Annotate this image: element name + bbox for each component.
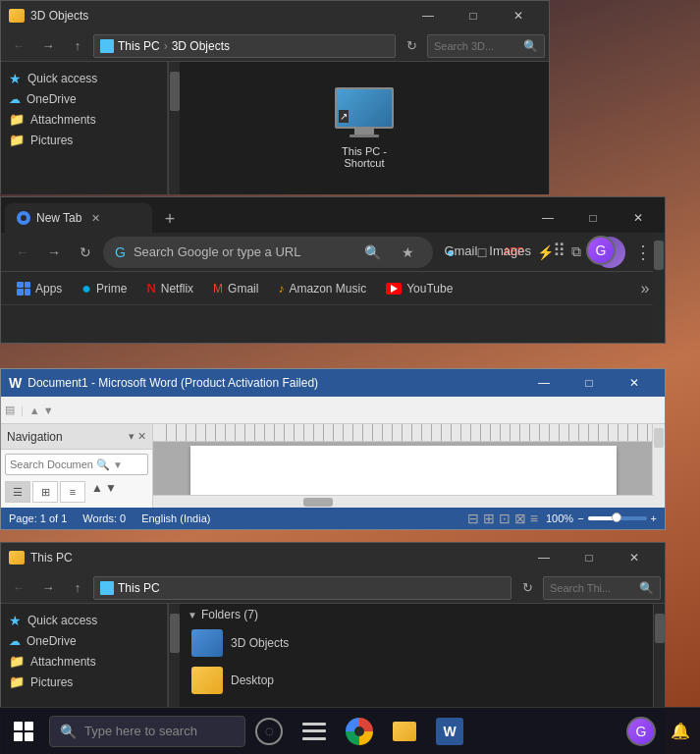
zoom-control[interactable]: 100% − + [546,512,657,524]
sidebar-quick-access-b[interactable]: ★ Quick access [1,610,167,631]
taskbar-chrome-button[interactable] [338,708,381,755]
nav-arrows-down[interactable]: ▼ [105,481,117,503]
taskbar-right-icons: G 🔔 [621,708,700,755]
toolbar-separator: | [21,404,24,416]
explorer-bottom-refresh[interactable]: ↻ [513,575,541,601]
nav-results-button[interactable]: ≡ [60,481,85,503]
star-icon: ★ [9,613,22,628]
close-button[interactable]: ✕ [496,1,541,30]
bookmark-netflix[interactable]: N Netflix [138,277,201,299]
taskbar-profile-icon[interactable]: G [621,708,661,755]
minimize-button[interactable]: — [405,1,451,30]
sidebar-pictures[interactable]: 📁 Pictures [1,130,167,150]
bookmark-icon[interactable]: ★ [394,239,421,266]
sidebar-attachments-b[interactable]: 📁 Attachments [1,651,167,672]
explorer-top-title: 3D Objects [30,9,405,23]
monitor-base [350,135,379,137]
google-profile-avatar[interactable]: G [586,236,616,265]
chrome-minimize-button[interactable]: — [525,203,570,233]
nav-arrows-up[interactable]: ▲ [91,481,103,503]
google-apps-button[interactable]: ⠿ [543,235,574,266]
maximize-button[interactable]: □ [451,1,496,30]
sidebar-pictures-b[interactable]: 📁 Pictures [1,672,167,692]
start-button[interactable] [0,708,47,755]
sidebar-onedrive[interactable]: ☁ OneDrive [1,89,167,109]
taskbar-explorer-button[interactable] [383,708,426,755]
zoom-plus[interactable]: + [651,512,657,524]
google-icon: G [115,244,126,260]
explorer-bottom-maximize[interactable]: □ [566,543,612,572]
taskbar-notification-icon[interactable]: 🔔 [661,708,700,755]
sidebar-onedrive-b[interactable]: ☁ OneDrive [1,631,167,651]
chrome-taskbar-icon [346,718,373,745]
nav-search-input[interactable] [10,458,93,470]
this-pc-shortcut-icon[interactable]: ↗ This PC -Shortcut [330,87,399,169]
word-scrollbar-h[interactable] [153,495,654,508]
page-info: Page: 1 of 1 [9,512,67,524]
up-button[interactable]: ↑ [64,33,91,59]
sidebar-quick-access[interactable]: ★ Quick access [1,68,167,89]
word-ruler [153,424,654,442]
bookmark-youtube[interactable]: YouTube [378,278,460,299]
nav-headings-button[interactable]: ☰ [5,481,30,503]
chrome-scrollbar[interactable] [653,233,665,343]
explorer-top-toolbar: ← → ↑ This PC › 3D Objects ↻ Search 3D..… [1,30,549,62]
explorer-bottom-address[interactable]: This PC [93,576,512,600]
cortana-button[interactable]: ◌ [247,708,291,755]
nav-dropdown-arrow[interactable]: ▼ [113,459,123,470]
word-maximize-button[interactable]: □ [566,368,612,398]
taskbar-word-button[interactable]: W [428,708,471,755]
nav-search-box[interactable]: 🔍 ▼ [5,454,148,475]
word-taskbar-icon: W [436,718,463,745]
word-minimize-button[interactable]: — [521,368,566,398]
bookmark-gmail[interactable]: M Gmail [205,278,266,299]
play-triangle [391,285,398,293]
explorer-bottom-forward[interactable]: → [34,575,62,601]
bookmark-prime[interactable]: ● Prime [74,276,135,301]
chrome-refresh-button[interactable]: ↻ [72,239,99,266]
amazon-icon: ♪ [278,282,284,296]
taskview-bar-3 [302,737,326,740]
word-close-button[interactable]: ✕ [612,368,657,398]
explorer-bottom-close[interactable]: ✕ [612,543,657,572]
search-box[interactable]: Search 3D... 🔍 [427,34,545,58]
refresh-button[interactable]: ↻ [398,33,425,59]
folder-name: 3D Objects [231,636,289,650]
zoom-slider-track[interactable] [588,516,647,520]
addr-this-pc: This PC [118,39,160,53]
sidebar-scrollbar[interactable] [168,62,180,194]
images-link[interactable]: Images [489,243,531,258]
folder-name: Desktop [231,673,274,687]
back-button[interactable]: ← [5,33,32,59]
addr-3d-objects: 3D Objects [172,39,230,53]
bookmark-amazon-music[interactable]: ♪ Amazon Music [270,278,374,299]
search-icon[interactable]: 🔍 [358,239,386,266]
task-view-button[interactable] [293,708,336,755]
taskbar-search[interactable]: 🔍 Type here to search [49,716,245,747]
explorer-bottom-search[interactable]: Search Thi... 🔍 [543,576,661,600]
folder-desktop[interactable]: Desktop [188,663,645,698]
chrome-tab-new-tab[interactable]: New Tab ✕ [5,203,152,233]
gmail-link[interactable]: Gmail [444,243,477,258]
nav-pages-button[interactable]: ⊞ [32,481,58,503]
chrome-forward-button[interactable]: → [40,239,68,266]
folder-3d-objects[interactable]: 3D Objects [188,625,645,661]
chrome-close-button[interactable]: ✕ [616,203,661,233]
nav-close-button[interactable]: ▾ ✕ [129,430,146,443]
sidebar-attachments[interactable]: 📁 Attachments [1,109,167,130]
explorer-bottom-up[interactable]: ↑ [64,575,91,601]
zoom-minus[interactable]: − [577,512,583,524]
forward-button[interactable]: → [34,33,62,59]
address-bar[interactable]: This PC › 3D Objects [93,34,396,58]
tab-close-button[interactable]: ✕ [87,210,103,226]
taskview-bar-2 [302,729,326,732]
zoom-slider-thumb[interactable] [612,512,621,522]
sidebar-label: Pictures [30,134,73,147]
chrome-back-button[interactable]: ← [9,239,36,266]
explorer-bottom-minimize[interactable]: — [521,543,566,572]
bookmark-apps[interactable]: Apps [9,278,70,299]
omnibox[interactable]: G Search Google or type a URL 🔍 ★ [103,237,433,268]
chrome-maximize-button[interactable]: □ [570,203,616,233]
explorer-bottom-back[interactable]: ← [5,575,32,601]
new-tab-button[interactable]: + [156,205,184,233]
